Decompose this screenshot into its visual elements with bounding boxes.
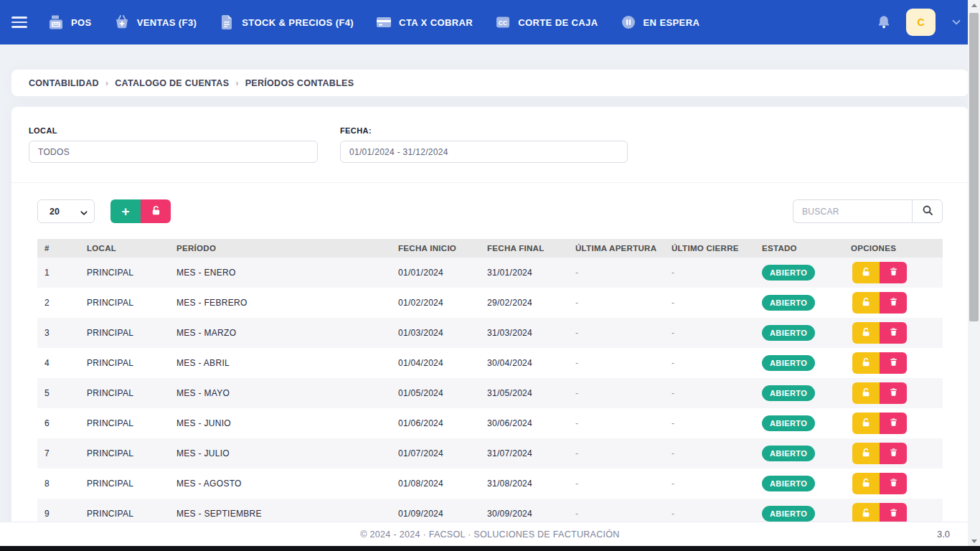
user-menu-chevron-down-icon[interactable] (950, 16, 963, 29)
scrollbar-thumb[interactable] (969, 13, 979, 321)
cell-opciones (844, 408, 943, 438)
pause-circle-icon (620, 14, 637, 31)
cell-periodo: MES - FEBRERO (169, 288, 391, 318)
unlock-period-button[interactable] (852, 262, 880, 283)
cell-ultimo-cierre: - (664, 288, 755, 318)
unlock-icon (151, 205, 161, 218)
header-fecha-inicio: FECHA INICIO (391, 239, 480, 258)
nav-item-pos[interactable]: POS (47, 14, 92, 31)
unlock-period-button[interactable] (852, 322, 880, 344)
unlock-period-button[interactable] (852, 413, 880, 434)
cell-num: 1 (37, 258, 80, 288)
cell-num: 3 (37, 318, 80, 348)
cell-estado: ABIERTO (755, 288, 844, 318)
breadcrumb: CONTABILIDAD › CATALOGO DE CUENTAS › PER… (29, 77, 354, 88)
nav-item-en-espera[interactable]: EN ESPERA (620, 14, 700, 31)
breadcrumb-separator: › (235, 77, 238, 88)
cell-fecha-final: 31/08/2024 (480, 468, 568, 499)
cell-ultimo-cierre: - (664, 408, 755, 438)
breadcrumb-item-contabilidad[interactable]: CONTABILIDAD (29, 78, 99, 88)
search-input[interactable] (793, 199, 912, 223)
page-size-select[interactable]: 20 (37, 199, 95, 223)
breadcrumb-separator: › (105, 77, 108, 88)
cell-opciones (844, 468, 943, 499)
trash-icon (889, 387, 898, 399)
table-row: 7 PRINCIPAL MES - JULIO 01/07/2024 31/07… (37, 438, 943, 468)
cell-fecha-final: 31/03/2024 (480, 318, 568, 348)
cell-local: PRINCIPAL (80, 408, 169, 438)
cell-fecha-final: 31/07/2024 (480, 438, 568, 468)
table-header-row: # LOCAL PERÍODO FECHA INICIO FECHA FINAL… (37, 239, 943, 258)
delete-period-button[interactable] (880, 262, 907, 283)
notifications-bell-icon[interactable] (876, 14, 892, 30)
unlock-period-button[interactable] (852, 443, 880, 464)
cell-fecha-inicio: 01/04/2024 (391, 348, 480, 378)
nav-label: CORTE DE CAJA (518, 17, 598, 28)
bulk-unlock-button[interactable] (141, 199, 171, 223)
credit-card-icon (375, 14, 392, 31)
basket-plus-icon (113, 14, 131, 31)
delete-period-button[interactable] (880, 473, 907, 494)
cell-fecha-inicio: 01/07/2024 (391, 438, 480, 468)
header-estado: ESTADO (755, 239, 844, 258)
cell-estado: ABIERTO (755, 258, 844, 288)
header-fecha-final: FECHA FINAL (480, 239, 568, 258)
cell-ultima-apertura: - (568, 318, 664, 348)
trash-icon (889, 508, 898, 519)
fecha-range-input[interactable] (340, 141, 628, 163)
cell-local: PRINCIPAL (80, 288, 169, 318)
unlock-icon (861, 478, 871, 490)
cell-fecha-inicio: 01/06/2024 (391, 408, 480, 438)
scrollbar-down-arrow[interactable] (968, 536, 980, 546)
cell-num: 4 (37, 348, 80, 378)
delete-period-button[interactable] (880, 292, 907, 314)
delete-period-button[interactable] (880, 443, 907, 464)
delete-period-button[interactable] (880, 413, 907, 434)
cell-ultima-apertura: - (568, 378, 664, 408)
status-badge: ABIERTO (762, 506, 815, 522)
user-avatar[interactable]: C (906, 9, 936, 36)
cell-local: PRINCIPAL (80, 438, 169, 468)
table-row: 2 PRINCIPAL MES - FEBRERO 01/02/2024 29/… (37, 288, 943, 318)
trash-icon (889, 478, 898, 489)
header-local: LOCAL (80, 239, 169, 258)
cell-fecha-final: 30/04/2024 (480, 348, 568, 378)
scrollbar-up-arrow[interactable] (968, 0, 980, 10)
unlock-period-button[interactable] (852, 352, 880, 374)
table-section: 20 + (11, 183, 969, 529)
status-badge: ABIERTO (762, 325, 815, 341)
unlock-icon (861, 357, 871, 369)
breadcrumb-card: CONTABILIDAD › CATALOGO DE CUENTAS › PER… (11, 70, 969, 96)
local-filter-input[interactable] (29, 141, 318, 163)
unlock-period-button[interactable] (852, 382, 880, 404)
cell-periodo: MES - MARZO (169, 318, 391, 348)
cell-ultima-apertura: - (568, 438, 664, 468)
search-button[interactable] (912, 199, 943, 223)
cell-opciones (844, 348, 943, 378)
delete-period-button[interactable] (880, 382, 907, 404)
nav-item-ventas[interactable]: VENTAS (F3) (113, 14, 197, 31)
unlock-icon (861, 297, 871, 309)
table-row: 4 PRINCIPAL MES - ABRIL 01/04/2024 30/04… (37, 348, 943, 378)
unlock-period-button[interactable] (852, 292, 880, 314)
breadcrumb-item-catalogo[interactable]: CATALOGO DE CUENTAS (115, 78, 229, 88)
nav-item-stock-precios[interactable]: STOCK & PRECIOS (F4) (218, 14, 354, 31)
nav-item-cta-x-cobrar[interactable]: CTA X COBRAR (375, 14, 473, 31)
cell-estado: ABIERTO (755, 318, 844, 348)
cell-periodo: MES - ENERO (169, 258, 391, 288)
svg-text:CC: CC (499, 19, 507, 27)
delete-period-button[interactable] (880, 352, 907, 374)
add-period-button[interactable]: + (110, 199, 141, 223)
cell-fecha-inicio: 01/03/2024 (391, 318, 480, 348)
window-bottom-edge (0, 546, 980, 551)
cell-estado: ABIERTO (755, 378, 844, 408)
table-toolbar: 20 + (37, 199, 943, 223)
nav-item-corte-de-caja[interactable]: CC CORTE DE CAJA (494, 14, 598, 31)
cell-ultima-apertura: - (568, 258, 664, 288)
vertical-scrollbar[interactable] (968, 0, 980, 546)
delete-period-button[interactable] (880, 322, 907, 344)
hamburger-menu-icon[interactable] (11, 17, 27, 28)
cell-fecha-inicio: 01/08/2024 (391, 468, 480, 499)
cell-fecha-final: 31/01/2024 (480, 258, 568, 288)
unlock-period-button[interactable] (852, 473, 880, 494)
